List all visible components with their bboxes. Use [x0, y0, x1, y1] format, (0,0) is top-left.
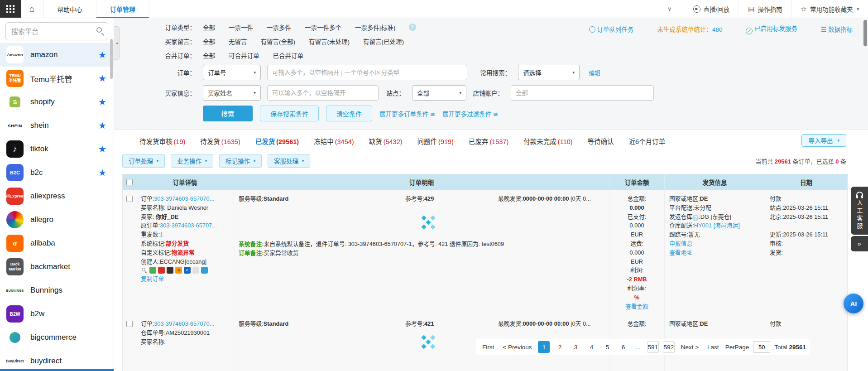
tab-to-ship[interactable]: 待发货(1635)	[200, 136, 240, 146]
zoom-order-icon[interactable]	[141, 267, 148, 274]
platform-item-temu[interactable]: TEMU 半托管 Temu半托管 ★	[0, 67, 114, 90]
sidebar-scrollbar[interactable]	[110, 39, 113, 79]
merge-order-option[interactable]: 全部	[203, 51, 215, 60]
view-address-link[interactable]: 查看地址	[669, 249, 692, 256]
tab-problem[interactable]: 问题件(919)	[417, 136, 454, 146]
platform-item-allegro[interactable]: allegro	[0, 208, 114, 231]
platform-item-tiktok[interactable]: ♪ tiktok ★	[0, 137, 114, 161]
live-replay-button[interactable]: ▶ 直播/回放	[684, 0, 739, 18]
home-button[interactable]: ⌂	[21, 0, 43, 18]
star-icon[interactable]: ★	[98, 49, 106, 60]
platform-item-alibaba[interactable]: a alibaba	[0, 231, 114, 255]
tab-discarded[interactable]: 已废弃(1537)	[469, 136, 508, 146]
operation-guide-button[interactable]: ▤ 操作指南	[739, 0, 791, 18]
amazon-badge-icon[interactable]: a	[175, 267, 182, 274]
buyer-info-input[interactable]	[267, 85, 379, 101]
warehouse-delivery-link[interactable]: HY001 [海邑海运]	[694, 222, 740, 229]
platform-item-b2w[interactable]: B2W b2w	[0, 302, 114, 326]
order-process-dropdown[interactable]: 订单处理▾	[122, 154, 165, 168]
tab-frozen[interactable]: 冻结中(3454)	[314, 136, 354, 146]
customer-service-button[interactable]: 人工客服	[851, 187, 868, 235]
help-icon[interactable]: ?	[409, 24, 416, 31]
page-6-button[interactable]: 6	[617, 341, 629, 353]
star-icon[interactable]: ★	[98, 73, 106, 84]
buyer-message-option[interactable]: 有留言(未处理)	[309, 37, 350, 46]
buyer-info-type-select[interactable]: 买家姓名 ▾	[203, 85, 261, 101]
page-5-button[interactable]: 5	[601, 341, 613, 353]
star-icon[interactable]: ★	[98, 144, 106, 154]
help-icon[interactable]: ?	[692, 215, 699, 221]
buyer-message-option[interactable]: 有留言(已处理)	[363, 37, 404, 46]
original-order-link[interactable]: 303-3974603-65707...	[160, 222, 217, 229]
buyer-message-option[interactable]: 无留言	[229, 37, 247, 46]
more-order-conditions-link[interactable]: 展开更多订单条件 ≋	[379, 109, 435, 118]
data-metrics-link[interactable]: ☰ 数据指标	[821, 24, 853, 34]
business-ops-dropdown[interactable]: 业务操作▾	[171, 154, 213, 168]
row-checkbox[interactable]	[126, 321, 133, 327]
prev-page-button[interactable]: < Previous	[500, 342, 534, 352]
more-filter-conditions-link[interactable]: 展开更多过滤条件 ≋	[442, 109, 498, 118]
save-search-button[interactable]: 保存搜索条件	[260, 106, 319, 121]
apps-badge-icon[interactable]	[192, 267, 199, 274]
platform-item-shein[interactable]: SHEIN shein ★	[0, 114, 114, 137]
site-select[interactable]: 全部 ▾	[412, 85, 466, 101]
expand-panel-button[interactable]: »	[851, 236, 868, 251]
package-status-icon[interactable]	[149, 267, 156, 274]
sidebar-collapse-handle[interactable]: ◂	[114, 26, 120, 60]
chevron-down-icon[interactable]: ∨	[656, 5, 684, 12]
star-icon[interactable]: ★	[98, 167, 106, 178]
favorites-menu-button[interactable]: ☆ 常用功能收藏夹 ▾	[791, 0, 868, 18]
last-page-button[interactable]: Last	[705, 342, 721, 352]
order-number-link[interactable]: 303-3974603-657070...	[154, 195, 214, 202]
order-queue-task-link[interactable]: 订单队列任务	[589, 24, 634, 34]
order-type-option[interactable]: 一票一件多个	[305, 23, 341, 32]
tab-payment-incomplete[interactable]: 付款未完成(110)	[523, 136, 572, 146]
platform-item-amazon[interactable]: Amazon amazon ★	[0, 43, 114, 67]
page-1-button[interactable]: 1	[538, 341, 550, 353]
merge-order-option[interactable]: 可合并订单	[229, 51, 259, 60]
import-export-button[interactable]: 导入导出▾	[801, 134, 846, 147]
tab-awaiting-confirm[interactable]: 等待确认	[588, 136, 614, 146]
star-icon[interactable]: ★	[98, 120, 106, 131]
order-number-input[interactable]	[267, 65, 467, 80]
platform-item-aliexpress[interactable]: AliExpress aliexpress	[0, 184, 114, 208]
platform-search-input[interactable]	[5, 22, 108, 40]
ungenerated-orders-stat[interactable]: 未生成系统单统计：480	[657, 24, 722, 34]
ai-assistant-button[interactable]: AI	[844, 294, 863, 313]
customer-service-dropdown[interactable]: 客服处理▾	[268, 154, 310, 168]
select-all-checkbox[interactable]	[126, 179, 133, 185]
tab-out-of-stock[interactable]: 缺货(5432)	[369, 136, 403, 146]
page-3-button[interactable]: 3	[570, 341, 581, 353]
tab-order-management[interactable]: 订单管理	[96, 0, 149, 18]
perpage-input[interactable]	[753, 341, 770, 353]
page-591-button[interactable]: 591	[647, 341, 659, 353]
search-button[interactable]: 搜索	[203, 106, 253, 121]
ebay-badge-icon[interactable]: e	[184, 267, 191, 274]
platform-item-buydirect[interactable]: BuyDirect buydirect	[0, 349, 114, 371]
order-type-option[interactable]: 一票多件[标准]	[355, 23, 395, 32]
order-type-option[interactable]: 一票一件	[229, 23, 253, 32]
view-amount-link[interactable]: 查看金额	[625, 303, 648, 310]
copy-order-link[interactable]: 复制订单	[141, 275, 164, 282]
apps-grid-button[interactable]	[0, 0, 21, 18]
note-badge-icon[interactable]	[201, 267, 208, 274]
buyer-message-option[interactable]: 全部	[203, 37, 215, 46]
tab-last-6-months[interactable]: 近6个月订单	[629, 136, 666, 146]
merge-order-option[interactable]: 已合并订单	[273, 51, 304, 60]
next-page-button[interactable]: Next >	[679, 342, 701, 352]
first-page-button[interactable]: First	[480, 342, 496, 352]
platform-item-shopify[interactable]: S shopify ★	[0, 90, 114, 114]
tab-pending-review[interactable]: 待发货审核(19)	[139, 136, 185, 146]
carrier-badge-icon[interactable]	[167, 267, 173, 274]
platform-item-bunnings[interactable]: BUNNINGS Bunnings	[0, 279, 114, 302]
row-checkbox[interactable]	[126, 196, 133, 202]
tab-shipped[interactable]: 已发货(29561)	[255, 136, 299, 146]
page-2-button[interactable]: 2	[554, 341, 566, 353]
platform-item-b2c[interactable]: B2C b2c ★	[0, 161, 114, 184]
page-592-button[interactable]: 592	[663, 341, 675, 353]
order-type-option[interactable]: 全部	[203, 23, 215, 32]
declaration-info-link[interactable]: 申报信息	[669, 240, 692, 247]
page-4-button[interactable]: 4	[585, 341, 597, 353]
buyer-message-option[interactable]: 有留言(全部)	[261, 37, 296, 46]
tab-help-center[interactable]: 帮助中心	[43, 0, 96, 18]
